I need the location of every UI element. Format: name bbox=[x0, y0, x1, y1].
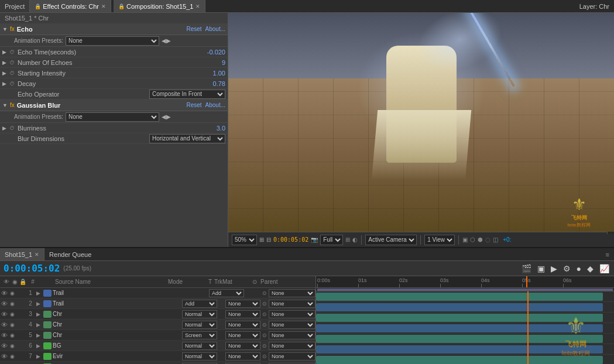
echo-count-value[interactable]: 9 bbox=[222, 59, 225, 66]
track-7-eye-icon[interactable]: 👁 bbox=[0, 353, 8, 360]
track-6-mode-select[interactable]: Normal bbox=[182, 342, 217, 350]
track-5-trkmat-select[interactable]: None bbox=[225, 331, 260, 339]
gb-expand-icon[interactable]: ▼ bbox=[2, 102, 8, 108]
new-comp-btn[interactable]: 🎬 bbox=[520, 264, 533, 273]
echo-time-value[interactable]: -0.020 bbox=[207, 49, 225, 56]
track-3-expand-icon[interactable]: ▶ bbox=[36, 311, 43, 317]
track-1-mode-select[interactable]: Add bbox=[209, 289, 244, 297]
resolution-icon[interactable]: ⊟ bbox=[266, 236, 271, 243]
si-expand-icon[interactable]: ▶ bbox=[2, 70, 9, 76]
track-4-trkmat-select[interactable]: None bbox=[225, 321, 260, 329]
preview-btn[interactable]: ▶ bbox=[550, 264, 558, 273]
track-1-eye-icon[interactable]: 👁 bbox=[0, 290, 8, 297]
zoom-select[interactable]: 50% bbox=[232, 235, 257, 245]
solo-btn[interactable]: ● bbox=[575, 264, 582, 273]
quality-select[interactable]: Full bbox=[320, 235, 343, 245]
track-5-motion-icon[interactable]: ⊙ bbox=[260, 332, 269, 338]
project-tab[interactable]: Project bbox=[0, 0, 30, 12]
echo-count-expand-icon[interactable]: ▶ bbox=[2, 60, 9, 66]
bd-select[interactable]: Horizontal and Vertical bbox=[149, 134, 225, 143]
add-keyframe-btn[interactable]: ◆ bbox=[586, 264, 595, 273]
track-2-trkmat-select[interactable]: None bbox=[225, 300, 260, 308]
grid-icon[interactable]: ⊞ bbox=[345, 236, 350, 243]
gb-anim-presets-select[interactable]: None bbox=[66, 112, 159, 122]
echo-time-stopwatch-icon[interactable]: ⏱ bbox=[9, 49, 18, 55]
track-2-parent-select[interactable]: None bbox=[269, 300, 315, 308]
track-1-expand-icon[interactable]: ▶ bbox=[36, 290, 43, 296]
fit-icon[interactable]: ⊞ bbox=[259, 236, 264, 243]
track-5-parent-select[interactable]: None bbox=[269, 331, 315, 339]
track-6-solo-icon[interactable]: ◉ bbox=[8, 343, 16, 349]
track-6-eye-icon[interactable]: 👁 bbox=[0, 342, 8, 349]
track-7-trkmat-select[interactable]: None bbox=[225, 352, 260, 360]
track-4-parent-select[interactable]: None bbox=[269, 321, 315, 329]
track-5-solo-icon[interactable]: ◉ bbox=[8, 332, 16, 338]
frame-blending-icon[interactable]: ◫ bbox=[493, 236, 498, 243]
track-7-mode-select[interactable]: Normal bbox=[182, 352, 217, 360]
track-2-eye-icon[interactable]: 👁 bbox=[0, 300, 8, 307]
track-2-motion-icon[interactable]: ⊙ bbox=[260, 301, 269, 307]
echo-op-select[interactable]: Composite In Front bbox=[149, 90, 225, 99]
track-3-trkmat-select[interactable]: None bbox=[225, 310, 260, 318]
track-3-solo-icon[interactable]: ◉ bbox=[8, 311, 16, 317]
si-stopwatch-icon[interactable]: ⏱ bbox=[9, 70, 18, 76]
render-btn[interactable]: ▣ bbox=[536, 264, 546, 273]
track-3-motion-icon[interactable]: ⊙ bbox=[260, 311, 269, 317]
motionblur-icon[interactable]: ◌ bbox=[485, 236, 490, 243]
track-7-solo-icon[interactable]: ◉ bbox=[8, 353, 16, 359]
echo-reset-button[interactable]: Reset bbox=[186, 26, 201, 32]
render-icon[interactable]: ▣ bbox=[462, 236, 468, 243]
track-6-motion-icon[interactable]: ⊙ bbox=[260, 343, 269, 349]
track-1-solo-icon[interactable]: ◉ bbox=[8, 290, 16, 296]
track-5-mode-select[interactable]: Screen bbox=[182, 331, 217, 339]
decay-value[interactable]: 0.78 bbox=[213, 80, 225, 87]
si-value[interactable]: 1.00 bbox=[213, 70, 225, 77]
track-2-solo-icon[interactable]: ◉ bbox=[8, 301, 16, 307]
timeline-tab[interactable]: Shot15_1 ✕ bbox=[0, 248, 44, 260]
track-4-eye-icon[interactable]: 👁 bbox=[0, 321, 8, 328]
draft-icon[interactable]: ⬢ bbox=[478, 236, 483, 243]
track-3-mode-select[interactable]: Normal bbox=[182, 310, 217, 318]
echo-anim-presets-select[interactable]: None bbox=[66, 36, 159, 46]
composition-tab[interactable]: 🔒 Composition: Shot15_1 ✕ bbox=[114, 0, 205, 12]
camera-view-select[interactable]: Active Camera bbox=[365, 235, 417, 245]
track-4-solo-icon[interactable]: ◉ bbox=[8, 322, 16, 328]
echo-expand-icon[interactable]: ▼ bbox=[2, 26, 8, 32]
track-2-mode-select[interactable]: Add bbox=[182, 300, 217, 308]
3d-icon[interactable]: ⬡ bbox=[470, 236, 475, 243]
blurriness-expand-icon[interactable]: ▶ bbox=[2, 125, 9, 131]
settings-btn[interactable]: ⚙ bbox=[562, 264, 572, 273]
timeline-close-icon[interactable]: ✕ bbox=[35, 252, 39, 257]
track-5-expand-icon[interactable]: ▶ bbox=[36, 332, 43, 338]
view-count-select[interactable]: 1 View bbox=[424, 235, 455, 245]
decay-expand-icon[interactable]: ▶ bbox=[2, 81, 9, 87]
track-4-motion-icon[interactable]: ⊙ bbox=[260, 322, 269, 328]
track-6-parent-select[interactable]: None bbox=[269, 342, 315, 350]
time-display[interactable]: 0:00:05:02 bbox=[4, 263, 60, 274]
track-4-expand-icon[interactable]: ▶ bbox=[36, 322, 43, 328]
track-1-parent-select[interactable]: None bbox=[269, 289, 315, 297]
composition-close-icon[interactable]: ✕ bbox=[195, 4, 200, 9]
echo-count-stopwatch-icon[interactable]: ⏱ bbox=[9, 60, 18, 66]
track-3-eye-icon[interactable]: 👁 bbox=[0, 311, 8, 318]
echo-about-button[interactable]: About... bbox=[205, 26, 225, 32]
track-4-mode-select[interactable]: Normal bbox=[182, 321, 217, 329]
gb-anim-arrows[interactable]: ◀▶ bbox=[162, 114, 171, 120]
blurriness-value[interactable]: 3.0 bbox=[217, 125, 225, 132]
track-7-motion-icon[interactable]: ⊙ bbox=[260, 353, 269, 359]
effect-controls-tab[interactable]: 🔒 Effect Controls: Chr ✕ bbox=[30, 0, 111, 12]
track-3-parent-select[interactable]: None bbox=[269, 310, 315, 318]
track-2-expand-icon[interactable]: ▶ bbox=[36, 301, 43, 307]
graph-editor-btn[interactable]: 📈 bbox=[598, 264, 610, 273]
echo-time-expand-icon[interactable]: ▶ bbox=[2, 49, 9, 55]
gb-reset-button[interactable]: Reset bbox=[186, 102, 201, 108]
effect-controls-close-icon[interactable]: ✕ bbox=[101, 4, 106, 9]
track-6-trkmat-select[interactable]: None bbox=[225, 342, 260, 350]
channel-icon[interactable]: ◐ bbox=[352, 236, 358, 243]
track-1-motion-icon[interactable]: ⊙ bbox=[260, 290, 269, 296]
render-queue-tab[interactable]: Render Queue bbox=[44, 248, 96, 260]
blurriness-stopwatch-icon[interactable]: ⏱ bbox=[9, 125, 18, 131]
time-ruler[interactable]: 0:00s 01s 02s 03s 04s 05s 06s bbox=[316, 276, 614, 288]
track-5-eye-icon[interactable]: 👁 bbox=[0, 332, 8, 339]
timeline-menu-icon[interactable]: ≡ bbox=[606, 251, 609, 258]
